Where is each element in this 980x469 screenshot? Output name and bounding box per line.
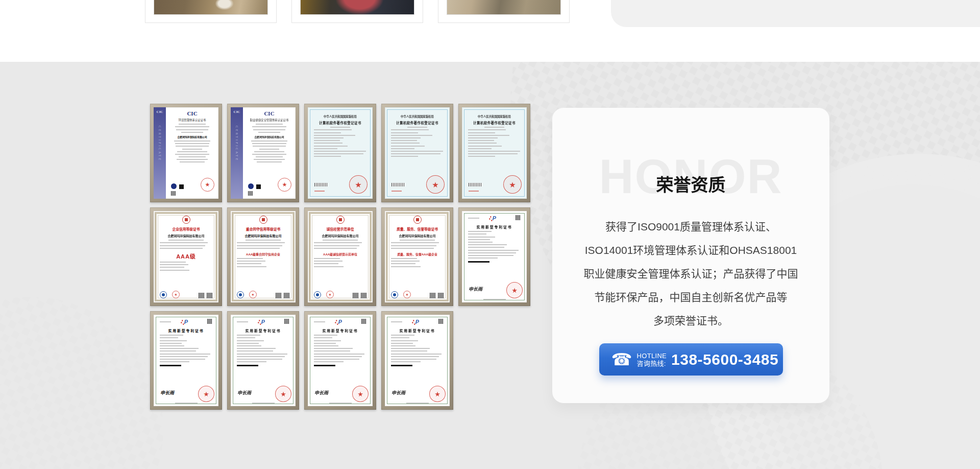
certificate-header: P xyxy=(237,319,289,326)
certificate-card[interactable]: P实用新型专利证书申长雨★ xyxy=(381,311,453,410)
registration-number xyxy=(391,191,402,192)
registration-number xyxy=(469,191,479,192)
certificate-company: 合肥珂玛环保科技有限公司 xyxy=(173,135,212,138)
red-star-stamp-icon: ★ xyxy=(249,291,257,298)
text-line xyxy=(256,156,283,157)
text-line xyxy=(180,161,205,162)
certificate-paper: CICCERTIFICATECIC职业健康安全管理体系认证证书合肥珂玛环保科技有… xyxy=(231,107,296,199)
certificate-title: 实用新型专利证书 xyxy=(233,327,293,333)
honor-description: 获得了ISO9001质量管理体系认证、 ISO14001环境管理体系认证和OHS… xyxy=(571,215,811,333)
certificate-card[interactable]: P实用新型专利证书申长雨★ xyxy=(150,311,222,410)
qr-code-icon xyxy=(276,293,281,298)
certificate-card[interactable]: P实用新型专利证书申长雨★ xyxy=(304,311,376,410)
text-line xyxy=(253,146,285,147)
authority-name: 中华人民共和国国家版权局 xyxy=(465,114,523,118)
text-line xyxy=(252,154,286,155)
honor-panel: HONOR 荣誉资质 获得了ISO9001质量管理体系认证、 ISO14001环… xyxy=(552,108,829,403)
description-line: 多项荣誉证书。 xyxy=(571,309,811,333)
national-emblem-seal-icon: ★ xyxy=(198,386,214,402)
authority-name: 中华人民共和国国家版权局 xyxy=(311,114,369,118)
qr-code-icon xyxy=(438,319,444,324)
project-photo-trench xyxy=(447,0,561,15)
signer-name: 申长雨 xyxy=(314,389,328,396)
credit-emblem-icon xyxy=(182,216,190,224)
certificate-paper: 中华人民共和国国家版权局计算机软件著作权登记证书★ xyxy=(462,107,527,199)
certificate-title: 环境管理体系认证证书 xyxy=(172,118,212,122)
text-line xyxy=(179,156,206,157)
certificate-title: 企业信用等级证书 xyxy=(157,226,215,231)
hotline-button[interactable]: ☎ HOTLINE 咨询热线: 138-5600-3485 xyxy=(599,343,783,376)
description-line: 职业健康安全管理体系认证；产品获得了中国 xyxy=(571,262,811,286)
cnipa-logo-icon: P xyxy=(184,319,188,325)
accreditation-mark-icon xyxy=(179,184,184,189)
certificate-title: 实用新型专利证书 xyxy=(310,327,370,333)
signer-name: 申长雨 xyxy=(237,389,251,396)
certificate-title: 计算机软件著作权登记证书 xyxy=(310,120,370,125)
certificate-title: 实用新型专利证书 xyxy=(156,327,216,333)
qr-code-icon xyxy=(207,293,212,298)
hotline-labels: HOTLINE 咨询热线: xyxy=(637,352,667,367)
certificate-highlight: AAA级 xyxy=(156,251,216,260)
footer-line xyxy=(175,403,198,404)
certificate-title: 重合同守信用等级证书 xyxy=(234,226,292,231)
certificate-title: 实用新型专利证书 xyxy=(464,224,524,229)
cic-logo: CIC xyxy=(170,110,214,116)
certificate-card[interactable]: CICCERTIFICATECIC环境管理体系认证证书合肥珂玛环保科技有限公司★ xyxy=(150,104,222,202)
certificate-card[interactable]: 企业信用等级证书合肥珂玛环保科技有限公司AAA级★ xyxy=(150,207,222,306)
accreditation-mark-icon xyxy=(256,184,261,189)
red-star-stamp-icon: ★ xyxy=(326,291,334,298)
barcode-icon xyxy=(391,183,405,186)
certificate-header: P xyxy=(160,319,212,326)
certificate-side-text: CERTIFICATE xyxy=(158,126,161,161)
barcode-icon xyxy=(314,183,328,186)
red-seal-icon: ★ xyxy=(503,175,522,194)
certificate-number-line xyxy=(314,321,325,322)
description-line: 获得了ISO9001质量管理体系认证、 xyxy=(571,215,811,239)
certificate-footer: ★ xyxy=(160,291,212,298)
certificate-company: 合肥珂玛环保科技有限公司 xyxy=(235,233,292,238)
red-star-stamp-icon: ★ xyxy=(403,291,411,298)
project-photo-card-3[interactable] xyxy=(438,0,570,23)
credit-emblem-icon xyxy=(259,216,267,224)
certificate-card[interactable]: 中华人民共和国国家版权局计算机软件著作权登记证书★ xyxy=(458,104,530,202)
certificate-paper: P实用新型专利证书申长雨★ xyxy=(308,315,373,406)
certificate-card[interactable]: P实用新型专利证书申长雨★ xyxy=(227,311,299,410)
certificate-footer: ★ xyxy=(314,291,366,298)
footer-line xyxy=(406,403,429,404)
certificate-card[interactable]: 中华人民共和国国家版权局计算机软件著作权登记证书★ xyxy=(304,104,376,202)
cic-round-logo-icon xyxy=(171,183,177,189)
qr-code-icon xyxy=(171,191,176,196)
signer-name: 申长雨 xyxy=(469,286,482,292)
text-line xyxy=(253,129,285,130)
certificate-paper: P实用新型专利证书申长雨★ xyxy=(462,211,527,302)
text-line xyxy=(259,149,279,150)
credit-emblem-icon xyxy=(336,216,345,224)
certificate-number-line xyxy=(237,321,248,322)
certificate-card[interactable]: 重合同守信用等级证书合肥珂玛环保科技有限公司AAA级重合同守信用企业★ xyxy=(227,207,299,306)
phone-icon: ☎ xyxy=(611,351,632,368)
national-emblem-seal-icon: ★ xyxy=(506,282,523,298)
certificate-card[interactable]: 质量、服务、信誉等级证书合肥珂玛环保科技有限公司质量、服务、信誉AAA级企业★ xyxy=(381,207,453,306)
qr-code-icon xyxy=(438,293,444,298)
text-line xyxy=(251,140,287,142)
certificate-card[interactable]: 诚信经营示范单位合肥珂玛环保科技有限公司AAA级诚信经营示范单位★ xyxy=(304,207,376,306)
cic-round-logo-icon xyxy=(248,183,254,189)
certificate-paper: P实用新型专利证书申长雨★ xyxy=(154,315,218,406)
text-line xyxy=(256,124,282,125)
certificate-company: 合肥珂玛环保科技有限公司 xyxy=(389,233,446,238)
certificate-paper: 中华人民共和国国家版权局计算机软件著作权登记证书★ xyxy=(385,107,450,199)
credit-association-logo-icon xyxy=(314,291,321,298)
text-line xyxy=(175,154,209,155)
text-line xyxy=(177,151,207,152)
qr-code-icon xyxy=(361,293,366,298)
certificate-card[interactable]: P实用新型专利证书申长雨★ xyxy=(458,207,530,306)
certificate-card[interactable]: CICCERTIFICATECIC职业健康安全管理体系认证证书合肥珂玛环保科技有… xyxy=(227,104,299,202)
credit-association-logo-icon xyxy=(391,291,398,298)
certificate-company: 合肥珂玛环保科技有限公司 xyxy=(250,135,289,138)
project-photo-card-2[interactable] xyxy=(291,0,423,23)
national-emblem-seal-icon: ★ xyxy=(429,386,446,402)
certificate-number-line xyxy=(468,218,479,219)
certificate-card[interactable]: 中华人民共和国国家版权局计算机软件著作权登记证书★ xyxy=(381,104,453,202)
certificate-paper: 企业信用等级证书合肥珂玛环保科技有限公司AAA级★ xyxy=(154,211,218,302)
project-photo-card-1[interactable] xyxy=(145,0,277,23)
